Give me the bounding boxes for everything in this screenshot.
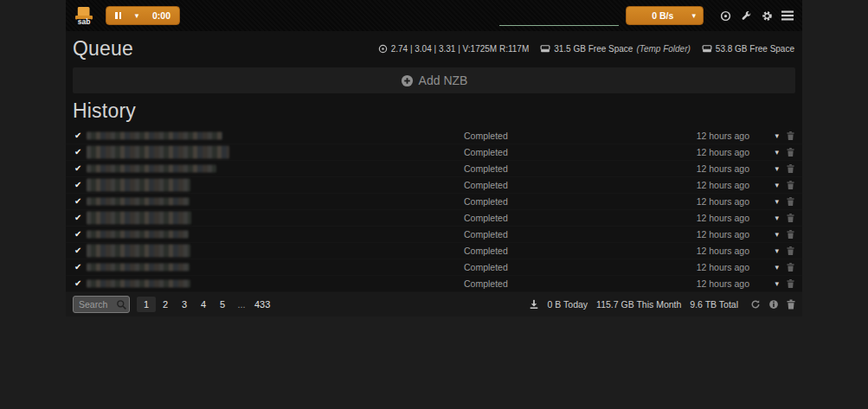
- status-label: Completed: [464, 213, 508, 223]
- history-row: ✔ Completed 12 hours ago ▾: [66, 144, 802, 161]
- queue-section-header: Queue 2.74 | 3.04 | 3.31 | V:1725M R:117…: [66, 31, 802, 66]
- delete-item-button[interactable]: [787, 197, 794, 207]
- refresh-button[interactable]: [750, 299, 761, 310]
- trash-icon: [787, 263, 794, 272]
- check-icon: ✔: [74, 214, 81, 222]
- pause-icon: [115, 12, 121, 19]
- delete-item-button[interactable]: [787, 148, 794, 157]
- delete-item-button[interactable]: [787, 181, 794, 190]
- page-button-4[interactable]: 4: [194, 297, 213, 312]
- sabnzbd-logo[interactable]: sab: [73, 4, 95, 27]
- history-item-name-redacted[interactable]: [87, 179, 190, 192]
- add-nzb-label: Add NZB: [419, 73, 468, 87]
- history-item-name-redacted[interactable]: [87, 146, 229, 159]
- trash-icon: [787, 299, 795, 310]
- item-actions-caret[interactable]: ▾: [775, 131, 779, 140]
- page-button-last[interactable]: 433: [251, 297, 273, 312]
- item-actions-caret[interactable]: ▾: [775, 246, 779, 255]
- stat-total: 9.6 TB Total: [690, 299, 738, 310]
- check-icon: ✔: [74, 164, 81, 173]
- history-row: ✔ Completed 12 hours ago ▾: [66, 194, 802, 210]
- history-item-name-redacted[interactable]: [87, 264, 190, 272]
- history-item-name-redacted[interactable]: [87, 231, 189, 239]
- history-row: ✔ Completed 12 hours ago ▾: [66, 210, 802, 227]
- status-dot-button[interactable]: [717, 8, 733, 23]
- history-row: ✔ Completed 12 hours ago ▾: [66, 227, 802, 243]
- delete-item-button[interactable]: [787, 263, 794, 272]
- item-actions-caret[interactable]: ▾: [775, 263, 779, 272]
- system-load-values: 2.74 | 3.04 | 3.31 | V:1725M R:117M: [391, 44, 530, 54]
- delete-item-button[interactable]: [787, 214, 794, 223]
- page-button-1[interactable]: 1: [137, 297, 156, 312]
- free-space-value: 53.8 GB Free Space: [716, 44, 794, 54]
- free-space-temp-note: (Temp Folder): [636, 44, 690, 54]
- check-icon: ✔: [74, 181, 81, 189]
- status-label: Completed: [464, 147, 508, 157]
- menu-button[interactable]: [780, 8, 795, 23]
- age-label: 12 hours ago: [697, 262, 749, 272]
- caret-down-icon: ▾: [135, 12, 139, 20]
- history-row: ✔ Completed 12 hours ago ▾: [66, 243, 802, 259]
- history-row: ✔ Completed 12 hours ago ▾: [66, 177, 802, 194]
- page-ellipsis: ...: [232, 297, 251, 312]
- item-actions-caret[interactable]: ▾: [775, 181, 779, 189]
- queue-stats-bar: 2.74 | 3.04 | 3.31 | V:1725M R:117M 31.5…: [371, 44, 794, 54]
- caret-down-icon: ▾: [691, 12, 696, 20]
- pause-timer: 0:00: [152, 10, 170, 21]
- page-button-3[interactable]: 3: [175, 297, 194, 312]
- add-nzb-dropzone[interactable]: Add NZB: [73, 67, 795, 93]
- trash-icon: [787, 230, 794, 240]
- trash-icon: [787, 214, 794, 223]
- search-icon[interactable]: [116, 298, 127, 314]
- free-space-temp-value: 31.5 GB Free Space: [554, 44, 633, 54]
- history-row: ✔ Completed 12 hours ago ▾: [66, 259, 802, 276]
- history-row: ✔ Completed 12 hours ago ▾: [66, 161, 802, 177]
- download-stats: 0 B Today 115.7 GB This Month 9.6 TB Tot…: [529, 299, 738, 310]
- history-item-name-redacted[interactable]: [87, 165, 216, 173]
- delete-item-button[interactable]: [787, 279, 794, 289]
- history-footer: 1 2 3 4 5 ... 433 0 B Today 115.7 GB Thi…: [66, 292, 802, 316]
- history-row: ✔ Completed 12 hours ago ▾: [66, 276, 802, 292]
- item-actions-caret[interactable]: ▾: [775, 214, 779, 222]
- item-actions-caret[interactable]: ▾: [775, 148, 779, 157]
- drive-icon: [702, 44, 712, 54]
- magnifier-icon: [116, 299, 127, 310]
- settings-button[interactable]: [759, 8, 775, 23]
- delete-item-button[interactable]: [787, 131, 794, 141]
- item-actions-caret[interactable]: ▾: [775, 197, 779, 206]
- delete-item-button[interactable]: [787, 230, 794, 240]
- trash-icon: [787, 246, 794, 256]
- check-icon: ✔: [74, 279, 81, 288]
- stat-month: 115.7 GB This Month: [596, 299, 681, 310]
- delete-item-button[interactable]: [787, 246, 794, 256]
- history-item-name-redacted[interactable]: [87, 198, 190, 206]
- age-label: 12 hours ago: [697, 163, 749, 174]
- speed-limit-button[interactable]: 0 B/s ▾: [626, 6, 704, 25]
- page-button-2[interactable]: 2: [156, 297, 175, 312]
- free-space-temp-group: 31.5 GB Free Space (Temp Folder): [540, 44, 691, 54]
- status-label: Completed: [464, 278, 508, 289]
- history-item-name-redacted[interactable]: [87, 212, 191, 225]
- pause-resume-button-group[interactable]: ▾ 0:00: [106, 6, 180, 25]
- top-navbar: sab ▾ 0:00 0 B/s ▾: [66, 0, 802, 31]
- history-item-name-redacted[interactable]: [87, 132, 222, 140]
- history-item-name-redacted[interactable]: [87, 245, 190, 258]
- trash-icon: [787, 181, 794, 190]
- history-title: History: [66, 93, 802, 128]
- page-button-5[interactable]: 5: [213, 297, 232, 312]
- wrench-button[interactable]: [738, 8, 754, 23]
- item-actions-caret[interactable]: ▾: [775, 279, 779, 288]
- delete-item-button[interactable]: [787, 164, 794, 174]
- info-button[interactable]: [768, 299, 779, 310]
- trash-icon: [787, 279, 794, 289]
- pagination: 1 2 3 4 5 ... 433: [137, 297, 273, 312]
- check-icon: ✔: [74, 197, 81, 206]
- age-label: 12 hours ago: [697, 229, 749, 240]
- purge-history-button[interactable]: [787, 299, 795, 310]
- history-item-name-redacted[interactable]: [87, 280, 190, 288]
- history-list: ✔ Completed 12 hours ago ▾ ✔ Completed 1…: [66, 128, 802, 292]
- item-actions-caret[interactable]: ▾: [775, 164, 779, 173]
- item-actions-caret[interactable]: ▾: [775, 230, 779, 239]
- gear-icon: [762, 10, 773, 22]
- check-icon: ✔: [74, 246, 81, 255]
